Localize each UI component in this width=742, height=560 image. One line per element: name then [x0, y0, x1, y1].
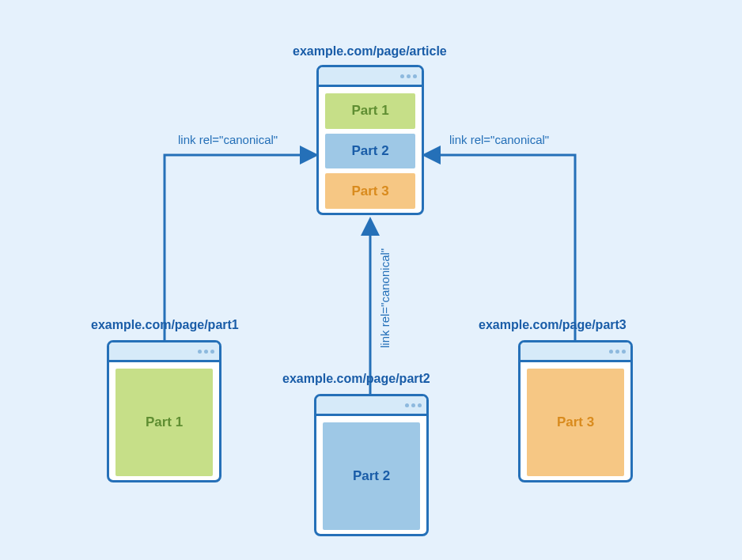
arrow-right [426, 155, 575, 340]
window-dot-icon [407, 74, 411, 78]
part3-card: Part 3 [518, 340, 633, 482]
window-dot-icon [418, 403, 422, 407]
article-part-row: Part 1 [325, 93, 415, 129]
part-content: Part 2 [323, 422, 420, 530]
card-body: Part 2 [316, 416, 426, 536]
window-dot-icon [210, 350, 214, 354]
diagram-canvas: example.com/page/article Part 1 Part 2 P… [0, 0, 742, 560]
window-titlebar [319, 67, 422, 87]
window-titlebar [109, 342, 219, 362]
part2-card: Part 2 [314, 394, 429, 536]
card-body: Part 1 [109, 362, 219, 482]
window-dot-icon [411, 403, 415, 407]
part-content: Part 3 [527, 369, 624, 476]
part2-url-label: example.com/page/part2 [282, 372, 430, 386]
part3-url-label: example.com/page/part3 [479, 318, 627, 332]
part1-url-label: example.com/page/part1 [91, 318, 239, 332]
main-article-card: Part 1 Part 2 Part 3 [316, 65, 424, 215]
part-content: Part 1 [115, 369, 213, 476]
window-dot-icon [609, 350, 613, 354]
window-titlebar [316, 396, 426, 416]
article-part-row: Part 3 [325, 173, 415, 209]
window-dot-icon [622, 350, 626, 354]
window-dot-icon [615, 350, 619, 354]
window-dot-icon [413, 74, 417, 78]
window-dot-icon [405, 403, 409, 407]
window-titlebar [521, 342, 630, 362]
part1-card: Part 1 [107, 340, 221, 482]
window-dot-icon [400, 74, 404, 78]
canonical-link-label-middle: link rel="canonical" [378, 248, 392, 348]
main-url-label: example.com/page/article [293, 44, 447, 59]
canonical-link-label-right: link rel="canonical" [449, 133, 549, 146]
window-dot-icon [198, 350, 202, 354]
card-body: Part 1 Part 2 Part 3 [319, 87, 422, 215]
card-body: Part 3 [521, 362, 630, 482]
window-dot-icon [204, 350, 208, 354]
arrow-left [165, 155, 314, 340]
article-part-row: Part 2 [325, 134, 415, 169]
canonical-link-label-left: link rel="canonical" [178, 133, 278, 146]
